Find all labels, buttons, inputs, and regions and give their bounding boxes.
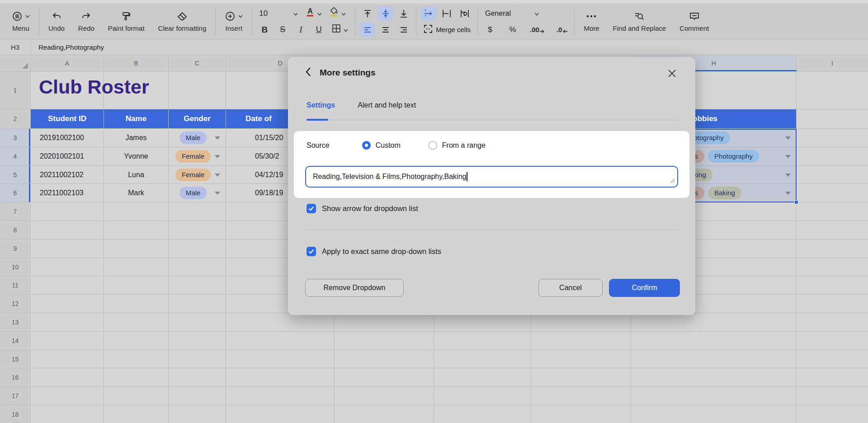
cell-B12[interactable] — [104, 295, 169, 313]
radio-custom[interactable] — [362, 141, 371, 150]
undo-button[interactable]: Undo — [44, 9, 69, 34]
select-all-corner[interactable] — [0, 55, 31, 71]
cell-C8[interactable] — [169, 221, 226, 240]
dropdown-arrow-icon[interactable] — [215, 155, 220, 158]
text-clip-button[interactable] — [439, 6, 454, 21]
align-left-button[interactable] — [360, 23, 375, 37]
cell-G16[interactable] — [531, 368, 631, 387]
italic-button[interactable]: I — [293, 23, 308, 37]
align-right-button[interactable] — [396, 23, 411, 37]
back-icon[interactable] — [305, 67, 311, 79]
cell-B18[interactable] — [104, 405, 169, 423]
cell-H16[interactable] — [631, 368, 797, 387]
selection-fill-handle[interactable] — [794, 200, 798, 204]
align-center-button[interactable] — [378, 23, 393, 37]
row-header-12[interactable]: 12 — [0, 295, 31, 313]
cell-A9[interactable] — [31, 240, 104, 258]
cell-C1[interactable] — [169, 71, 226, 109]
cell-B10[interactable] — [104, 258, 169, 276]
cell-E13[interactable] — [335, 313, 434, 332]
row-header-10[interactable]: 10 — [0, 258, 31, 276]
cell-C17[interactable] — [169, 387, 226, 405]
cell-I4[interactable] — [797, 147, 868, 166]
cell-H13[interactable] — [631, 313, 797, 332]
cell-F16[interactable] — [434, 368, 531, 387]
formula-input[interactable]: Reading,Photography — [31, 43, 104, 51]
cell-A3[interactable]: 20191002100 — [31, 129, 104, 147]
cell-A7[interactable] — [31, 202, 104, 221]
cell-B14[interactable] — [104, 332, 169, 350]
bold-button[interactable]: B — [257, 23, 272, 37]
cell-C4[interactable]: Female — [169, 147, 226, 166]
row-header-16[interactable]: 16 — [0, 368, 31, 387]
cell-G17[interactable] — [531, 387, 631, 405]
cell-E14[interactable] — [335, 332, 434, 350]
underline-button[interactable]: U — [311, 23, 326, 37]
cell-I3[interactable] — [797, 129, 868, 147]
row-header-15[interactable]: 15 — [0, 350, 31, 368]
close-icon[interactable] — [666, 68, 677, 79]
row-header-8[interactable]: 8 — [0, 221, 31, 240]
cell-I9[interactable] — [797, 240, 868, 258]
cell-E15[interactable] — [335, 350, 434, 368]
cell-B16[interactable] — [104, 368, 169, 387]
cell-A2[interactable]: Student ID — [31, 109, 104, 129]
cell-A13[interactable] — [31, 313, 104, 332]
cell-G14[interactable] — [531, 332, 631, 350]
cell-B3[interactable]: James — [104, 129, 169, 147]
cell-E18[interactable] — [335, 405, 434, 423]
cell-A16[interactable] — [31, 368, 104, 387]
cell-I2[interactable] — [797, 109, 868, 129]
column-header-A[interactable]: A — [31, 55, 104, 71]
cell-C7[interactable] — [169, 202, 226, 221]
cell-C13[interactable] — [169, 313, 226, 332]
checkbox-show-arrow-label[interactable]: Show arrow for dropdown list — [322, 204, 418, 213]
cell-B9[interactable] — [104, 240, 169, 258]
radio-from-range-label[interactable]: From a range — [442, 141, 486, 150]
radio-from-range[interactable] — [429, 141, 437, 150]
cell-C11[interactable] — [169, 276, 226, 295]
row-header-9[interactable]: 9 — [0, 240, 31, 258]
cell-I8[interactable] — [797, 221, 868, 240]
cell-B5[interactable]: Luna — [104, 166, 169, 184]
clear-formatting-button[interactable]: Clear formatting — [154, 9, 211, 34]
cell-B17[interactable] — [104, 387, 169, 405]
row-header-3[interactable]: 3 — [0, 129, 31, 147]
dropdown-arrow-icon[interactable] — [785, 136, 791, 140]
cell-name-box[interactable]: H3 — [0, 40, 31, 55]
row-header-5[interactable]: 5 — [0, 166, 31, 184]
cell-H18[interactable] — [631, 405, 797, 423]
cell-A5[interactable]: 20211002102 — [31, 166, 104, 184]
column-header-C[interactable]: C — [169, 55, 226, 71]
merge-cells-button[interactable]: Merge cells — [421, 23, 473, 37]
dropdown-arrow-icon[interactable] — [215, 192, 220, 195]
cell-A11[interactable] — [31, 276, 104, 295]
row-header-4[interactable]: 4 — [0, 147, 31, 166]
cell-B15[interactable] — [104, 350, 169, 368]
dropdown-arrow-icon[interactable] — [785, 192, 791, 195]
paint-format-button[interactable]: Paint format — [104, 9, 149, 34]
tab-settings[interactable]: Settings — [307, 101, 335, 109]
radio-custom-label[interactable]: Custom — [376, 141, 401, 150]
font-size-select[interactable]: 10 — [257, 6, 300, 21]
row-header-1[interactable]: 1 — [0, 71, 31, 109]
cell-E16[interactable] — [335, 368, 434, 387]
cell-B8[interactable] — [104, 221, 169, 240]
menu-button[interactable]: Menu — [7, 9, 34, 34]
cell-I14[interactable] — [797, 332, 868, 350]
number-format-select[interactable]: General — [482, 9, 542, 18]
more-button[interactable]: More — [579, 9, 604, 34]
percent-button[interactable]: % — [505, 23, 520, 37]
increase-decimal-button[interactable]: .00 — [528, 23, 547, 37]
row-header-6[interactable]: 6 — [0, 184, 31, 202]
confirm-button[interactable]: Confirm — [609, 279, 680, 297]
valign-top-button[interactable] — [360, 6, 375, 21]
cell-C18[interactable] — [169, 405, 226, 423]
insert-button[interactable]: Insert — [220, 9, 247, 34]
cell-I11[interactable] — [797, 276, 868, 295]
cell-G18[interactable] — [531, 405, 631, 423]
row-header-11[interactable]: 11 — [0, 276, 31, 295]
source-values-input[interactable]: Reading,Television & Films,Photography,B… — [305, 166, 678, 188]
checkbox-show-arrow[interactable] — [307, 204, 316, 213]
cell-A8[interactable] — [31, 221, 104, 240]
